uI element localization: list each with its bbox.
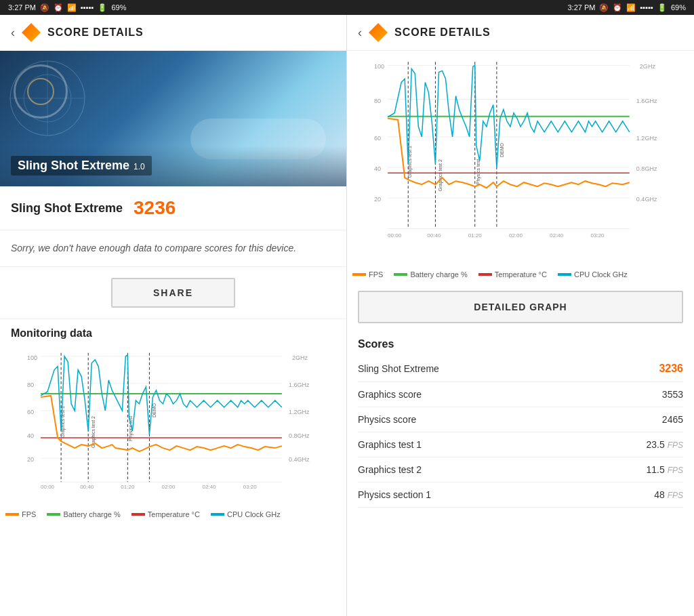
svg-text:0.4GHz: 0.4GHz [636,196,657,203]
svg-text:DEMO: DEMO [499,142,504,157]
battery-icon: 🔋 [98,3,107,12]
svg-text:00:40: 00:40 [427,232,441,239]
right-legend-temp-color [478,273,492,276]
svg-text:0.8GHz: 0.8GHz [289,432,310,439]
gfx-test1-label: Graphics test 1 [358,439,422,450]
left-back-button[interactable]: ‹ [11,26,15,40]
wifi-icon: 📶 [67,3,77,12]
svg-text:60: 60 [374,135,381,142]
score-row-physics1: Physics section 1 48 FPS [358,482,683,508]
svg-text:DEMO: DEMO [152,403,157,417]
physics-score-value: 2465 [662,414,683,425]
svg-text:00:00: 00:00 [41,484,55,490]
svg-text:0.4GHz: 0.4GHz [289,456,310,463]
right-header: ‹ SCORE DETAILS [347,15,694,51]
right-back-button[interactable]: ‹ [358,26,362,40]
time-left: 3:27 PM [8,3,36,12]
left-logo-icon [22,23,41,42]
physics1-value: 48 FPS [654,489,683,500]
right-chart: 100 80 60 40 20 2GHz 1.6GHz 1.2GHz 0.8GH… [347,51,694,268]
battery-icon-right: 🔋 [657,3,667,12]
score-row-gfx-test2: Graphics test 2 11.5 FPS [358,457,683,482]
svg-text:03:20: 03:20 [243,484,258,490]
left-panel: ‹ SCORE DETAILS Sling Shot Extreme1.0 Sl… [0,15,347,616]
left-score-section: Sling Shot Extreme 3236 [0,186,346,230]
svg-text:02:00: 02:00 [509,232,523,239]
monitoring-section: Monitoring data [0,319,346,345]
right-legend-fps-color [352,273,366,276]
signal-icon-right: ▪▪▪▪▪ [640,3,653,12]
svg-text:80: 80 [27,382,34,388]
svg-text:02:40: 02:40 [203,484,217,490]
sling-shot-value: 3236 [659,363,683,375]
svg-text:02:00: 02:00 [161,484,176,490]
svg-text:100: 100 [27,354,37,361]
svg-text:01:20: 01:20 [468,232,483,239]
legend-battery-color [47,513,60,516]
svg-text:40: 40 [27,432,34,439]
left-header: ‹ SCORE DETAILS [0,15,346,51]
svg-text:1.6GHz: 1.6GHz [289,382,310,388]
hero-image: Sling Shot Extreme1.0 [0,51,346,186]
scores-title: Scores [358,338,683,350]
svg-text:60: 60 [27,409,34,415]
battery-percent-right: 69% [671,3,686,12]
svg-text:80: 80 [374,98,381,104]
svg-text:100: 100 [374,63,384,70]
right-legend-cpu-color [558,273,571,276]
right-legend: FPS Battery charge % Temperature °C CPU … [347,268,694,284]
svg-text:0.8GHz: 0.8GHz [636,165,657,172]
left-chart: 100 80 60 40 20 2GHz 1.6GHz 1.2GHz 0.8GH… [0,345,346,508]
svg-text:Graphics test 2: Graphics test 2 [438,159,443,191]
hero-svg-deco [7,58,88,139]
gfx-test2-value: 11.5 FPS [647,464,683,475]
left-title: SCORE DETAILS [47,26,144,39]
svg-text:03:20: 03:20 [591,232,605,239]
left-chart-svg: 100 80 60 40 20 2GHz 1.6GHz 1.2GHz 0.8GH… [27,348,312,494]
left-legend: FPS Battery charge % Temperature °C CPU … [0,508,346,524]
legend-temp: Temperature °C [131,510,200,518]
svg-text:00:00: 00:00 [388,232,402,239]
graphics-score-value: 3553 [662,389,683,400]
hero-overlay-text: Sling Shot Extreme1.0 [11,156,152,176]
right-logo-icon [369,23,388,42]
svg-text:40: 40 [374,165,381,172]
svg-text:1.6GHz: 1.6GHz [636,98,657,104]
legend-cpu-color [211,513,224,516]
right-chart-svg: 100 80 60 40 20 2GHz 1.6GHz 1.2GHz 0.8GH… [374,54,660,254]
mute-icon: 🔕 [40,3,49,12]
legend-cpu: CPU Clock GHz [211,510,281,518]
wifi-icon-right: 📶 [626,3,636,12]
legend-fps: FPS [5,510,36,518]
sling-shot-label: Sling Shot Extreme [358,363,439,374]
svg-text:2GHz: 2GHz [640,63,656,70]
physics1-label: Physics section 1 [358,489,431,500]
svg-text:2GHz: 2GHz [292,354,308,361]
right-panel: ‹ SCORE DETAILS 100 80 60 40 20 2GHz 1.6… [347,15,694,616]
score-row-graphics: Graphics score 3553 [358,382,683,407]
signal-icon: ▪▪▪▪▪ [81,3,94,12]
gfx-test1-value: 23.5 FPS [647,439,683,450]
graphics-score-label: Graphics score [358,389,422,400]
mute-icon-right: 🔕 [599,3,609,12]
svg-text:01:20: 01:20 [121,484,135,490]
svg-text:20: 20 [27,456,34,463]
score-row-physics: Physics score 2465 [358,407,683,432]
right-legend-battery: Battery charge % [394,270,467,279]
svg-text:1.2GHz: 1.2GHz [289,409,310,415]
compare-text: Sorry, we don't have enough data to comp… [0,230,346,267]
right-title: SCORE DETAILS [394,26,491,39]
detailed-graph-button[interactable]: DETAILED GRAPH [358,291,683,323]
scores-section: Scores Sling Shot Extreme 3236 Graphics … [347,330,694,516]
right-legend-cpu: CPU Clock GHz [558,270,628,279]
physics-score-label: Physics score [358,414,416,425]
svg-text:00:40: 00:40 [80,484,94,490]
right-legend-temp: Temperature °C [478,270,547,279]
svg-text:Physics test: Physics test [476,159,481,184]
share-section: SHARE [0,267,346,319]
score-row-sling-shot: Sling Shot Extreme 3236 [358,356,683,382]
time-right: 3:27 PM [568,3,596,12]
svg-text:20: 20 [374,196,381,203]
share-button[interactable]: SHARE [111,278,235,308]
svg-text:1.2GHz: 1.2GHz [636,135,657,142]
